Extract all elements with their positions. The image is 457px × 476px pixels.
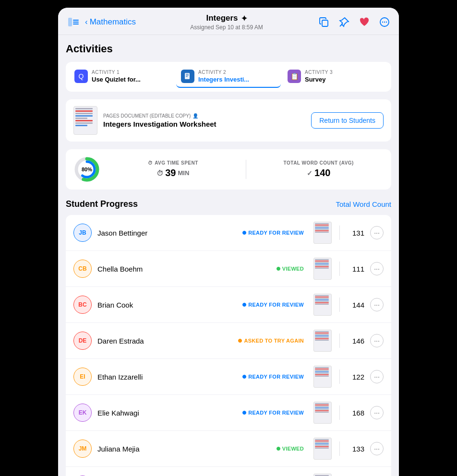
- document-thumbnail: [73, 106, 97, 135]
- student-name: Ethan Izzarelli: [97, 373, 237, 381]
- status-dot: [277, 267, 280, 271]
- stats-card: 80% ⏱ AVG TIME SPENT ⏱ 39 MIN TOTAL WORD…: [66, 149, 391, 190]
- avg-time-value: ⏱ 39 MIN: [108, 167, 238, 178]
- status-badge: READY FOR REVIEW: [242, 374, 304, 380]
- more-options-button[interactable]: ···: [370, 370, 384, 383]
- column-divider: [339, 298, 340, 312]
- activity-tab-3[interactable]: 📋 ACTIVITY 3 Survey: [283, 66, 387, 88]
- avatar: JM: [73, 440, 92, 458]
- word-count-value: 133: [348, 445, 364, 453]
- svg-point-8: [384, 22, 385, 23]
- word-count-value: 111: [348, 265, 364, 273]
- student-name: Jason Bettinger: [97, 229, 237, 237]
- more-options-button[interactable]: ···: [370, 334, 384, 347]
- document-type: PAGES DOCUMENT (EDITABLE COPY) 👤: [103, 113, 216, 119]
- svg-rect-12: [186, 75, 189, 76]
- student-thumbnail[interactable]: [313, 438, 332, 460]
- activities-tabs: Q ACTIVITY 1 Use Quizlet for... ACTIV: [66, 62, 391, 92]
- activities-section-title: Activities: [66, 43, 391, 55]
- status-dot: [242, 375, 246, 379]
- status-dot: [277, 447, 280, 451]
- student-name: Daren Estrada: [97, 337, 232, 345]
- pages-icon: [181, 70, 194, 83]
- tab-1-label: ACTIVITY 1: [92, 70, 141, 75]
- activity-tab-1[interactable]: Q ACTIVITY 1 Use Quizlet for...: [70, 66, 174, 88]
- avatar: DE: [73, 332, 92, 350]
- word-count-value: 131: [348, 229, 364, 237]
- svg-rect-1: [73, 20, 79, 21]
- student-thumbnail[interactable]: [313, 474, 332, 476]
- pin-icon[interactable]: [337, 15, 351, 29]
- chevron-left-icon: ‹: [85, 17, 88, 27]
- column-divider: [339, 369, 340, 384]
- student-thumbnail[interactable]: [313, 402, 332, 424]
- svg-point-9: [386, 22, 387, 23]
- more-options-button[interactable]: ···: [370, 298, 384, 311]
- svg-rect-10: [185, 73, 190, 79]
- status-badge: READY FOR REVIEW: [242, 302, 304, 308]
- column-divider: [339, 333, 340, 348]
- more-options-button[interactable]: ···: [370, 262, 384, 275]
- student-name: Chella Boehm: [97, 265, 271, 273]
- doc-line-8: [75, 125, 87, 126]
- student-name: Brian Cook: [97, 301, 237, 309]
- avatar: JB: [73, 224, 92, 242]
- clock-small-icon: ⏱: [156, 169, 163, 177]
- main-content: Activities Q ACTIVITY 1 Use Quizlet for.…: [58, 35, 399, 476]
- return-to-students-button[interactable]: Return to Students: [311, 112, 384, 129]
- word-count-link[interactable]: Total Word Count: [336, 200, 391, 208]
- status-badge: VIEWED: [277, 446, 304, 452]
- svg-rect-4: [322, 20, 328, 26]
- tab-1-name: Use Quizlet for...: [92, 76, 141, 83]
- person-icon: 👤: [192, 113, 198, 119]
- more-options-button[interactable]: ···: [370, 442, 384, 455]
- status-badge: READY FOR REVIEW: [242, 410, 304, 416]
- avatar: BC: [73, 296, 92, 314]
- svg-rect-11: [186, 74, 189, 74]
- sidebar-toggle-button[interactable]: [66, 14, 81, 30]
- donut-chart: 80%: [73, 156, 100, 183]
- student-thumbnail[interactable]: [313, 330, 332, 352]
- avatar: EI: [73, 368, 92, 386]
- tab-2-label: ACTIVITY 2: [198, 70, 249, 75]
- avg-time-label: ⏱ AVG TIME SPENT: [108, 160, 238, 166]
- student-row: CS Chris Sillers READY FOR REVIEW N/A ··…: [66, 467, 391, 476]
- more-options-button[interactable]: ···: [370, 406, 384, 419]
- student-thumbnail[interactable]: [313, 294, 332, 316]
- copy-icon[interactable]: [317, 15, 331, 29]
- back-button[interactable]: ‹ Mathematics: [85, 17, 136, 27]
- status-badge: VIEWED: [277, 266, 304, 272]
- clock-icon: ⏱: [148, 160, 153, 166]
- student-thumbnail[interactable]: [313, 366, 332, 388]
- avg-time-unit: MIN: [178, 169, 189, 177]
- student-thumbnail[interactable]: [313, 258, 332, 280]
- column-divider: [339, 405, 340, 420]
- survey-icon: 📋: [288, 70, 301, 83]
- sparkle-icon: ✦: [241, 14, 247, 23]
- student-name: Juliana Mejia: [97, 445, 271, 453]
- doc-line-4: [75, 115, 93, 117]
- student-row: EI Ethan Izzarelli READY FOR REVIEW 122 …: [66, 359, 391, 395]
- student-thumbnail[interactable]: [313, 222, 332, 244]
- progress-header: Student Progress Total Word Count: [66, 199, 391, 209]
- doc-line-7: [75, 122, 93, 124]
- progress-title: Student Progress: [66, 199, 138, 209]
- activity-tab-2[interactable]: ACTIVITY 2 Integers Investi...: [176, 66, 281, 88]
- more-options-button[interactable]: ···: [370, 226, 384, 239]
- page-title: Integers ✦: [190, 13, 263, 23]
- svg-rect-2: [73, 22, 79, 23]
- word-count-value: 168: [348, 409, 364, 417]
- quizlet-icon: Q: [74, 70, 88, 83]
- svg-rect-0: [68, 18, 72, 26]
- doc-line-3: [75, 113, 93, 114]
- doc-line-6: [75, 120, 93, 121]
- status-dot: [238, 339, 242, 343]
- header-center: Integers ✦ Assigned Sep 10 at 8:59 AM: [190, 13, 263, 31]
- status-dot: [242, 231, 246, 235]
- status-badge: READY FOR REVIEW: [242, 230, 304, 236]
- student-row: BC Brian Cook READY FOR REVIEW 144 ···: [66, 287, 391, 323]
- heart-icon[interactable]: [358, 15, 371, 29]
- student-row: JM Juliana Mejia VIEWED 133 ···: [66, 431, 391, 467]
- more-icon[interactable]: [378, 15, 391, 29]
- avatar: CB: [73, 260, 92, 278]
